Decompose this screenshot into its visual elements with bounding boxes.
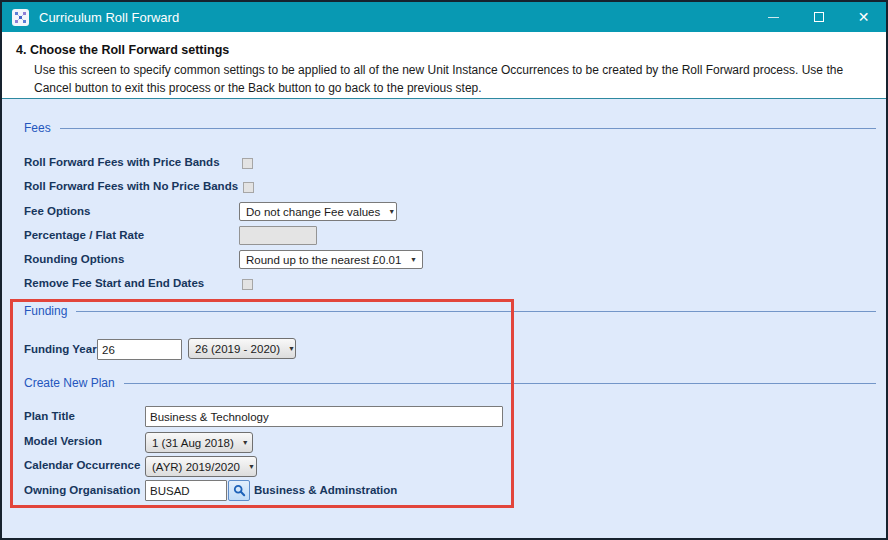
owning-organisation-field[interactable] <box>145 480 227 501</box>
minimize-icon <box>768 17 779 18</box>
close-icon: ✕ <box>858 10 870 24</box>
label-calendar-occurrence: Calendar Occurrence <box>24 459 140 471</box>
label-percentage-flat-rate: Percentage / Flat Rate <box>24 229 144 241</box>
window-title: Curriculum Roll Forward <box>39 10 179 25</box>
checkbox-roll-forward-no-price-bands[interactable] <box>243 182 254 193</box>
label-model-version: Model Version <box>24 435 102 447</box>
dialog-window: Curriculum Roll Forward ✕ 4. Choose the … <box>0 0 888 540</box>
chevron-down-icon: ▼ <box>410 256 417 263</box>
label-owning-organisation: Owning Organisation <box>24 484 140 496</box>
close-button[interactable]: ✕ <box>841 2 886 32</box>
owning-organisation-name: Business & Adminstration <box>254 484 397 496</box>
chevron-down-icon: ▼ <box>388 208 395 215</box>
calendar-occurrence-value: (AYR) 2019/2020 <box>152 461 240 473</box>
fees-group-line <box>60 128 876 129</box>
label-roll-forward-no-price-bands: Roll Forward Fees with No Price Bands <box>24 180 238 192</box>
checkbox-remove-fee-dates[interactable] <box>242 279 253 290</box>
calendar-occurrence-dropdown[interactable]: (AYR) 2019/2020 ▼ <box>145 456 257 477</box>
search-icon <box>233 484 246 497</box>
fee-options-value: Do not change Fee values <box>246 206 380 218</box>
fees-group-header: Fees <box>24 121 876 135</box>
chevron-down-icon: ▼ <box>248 463 255 470</box>
model-version-dropdown[interactable]: 1 (31 Aug 2018) ▼ <box>145 432 253 453</box>
funding-year-dropdown[interactable]: 26 (2019 - 2020) ▼ <box>188 338 296 359</box>
funding-year-select-value: 26 (2019 - 2020) <box>195 343 280 355</box>
fee-options-dropdown[interactable]: Do not change Fee values ▼ <box>239 202 397 221</box>
funding-group-header: Funding <box>24 304 876 318</box>
chevron-down-icon: ▼ <box>288 345 295 352</box>
step-header: 4. Choose the Roll Forward settings Use … <box>2 32 886 98</box>
chevron-down-icon: ▼ <box>242 439 249 446</box>
rounding-options-value: Round up to the nearest £0.01 <box>246 254 401 266</box>
model-version-value: 1 (31 Aug 2018) <box>152 437 234 449</box>
plan-title-field[interactable] <box>145 406 503 427</box>
label-fee-options: Fee Options <box>24 205 90 217</box>
label-remove-fee-dates: Remove Fee Start and End Dates <box>24 277 204 289</box>
step-instructions: Use this screen to specify common settin… <box>34 61 880 97</box>
settings-panel: Fees Roll Forward Fees with Price Bands … <box>2 98 886 538</box>
create-new-plan-group-label: Create New Plan <box>24 376 115 390</box>
label-roll-forward-price-bands: Roll Forward Fees with Price Bands <box>24 156 220 168</box>
owning-organisation-search-button[interactable] <box>228 480 250 501</box>
label-rounding-options: Rounding Options <box>24 253 124 265</box>
create-new-plan-group-header: Create New Plan <box>24 376 876 390</box>
label-plan-title: Plan Title <box>24 410 75 422</box>
create-new-plan-group-line <box>124 383 876 384</box>
maximize-icon <box>814 12 824 22</box>
funding-year-field[interactable] <box>97 339 182 360</box>
label-funding-year: Funding Year <box>24 343 97 355</box>
fees-group-label: Fees <box>24 121 51 135</box>
step-title: 4. Choose the Roll Forward settings <box>16 43 229 57</box>
window-controls: ✕ <box>751 2 886 32</box>
funding-group-label: Funding <box>24 304 67 318</box>
checkbox-roll-forward-price-bands[interactable] <box>242 158 253 169</box>
minimize-button[interactable] <box>751 2 796 32</box>
funding-group-line <box>76 311 876 312</box>
app-icon <box>12 9 29 26</box>
rounding-options-dropdown[interactable]: Round up to the nearest £0.01 ▼ <box>239 250 423 269</box>
title-bar: Curriculum Roll Forward ✕ <box>2 2 886 32</box>
maximize-button[interactable] <box>796 2 841 32</box>
percentage-flat-rate-field <box>239 226 317 245</box>
